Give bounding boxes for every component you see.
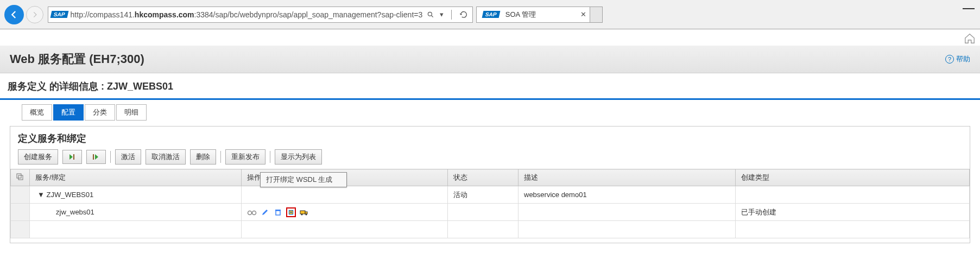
service-binding-section: 定义服务和绑定 创建服务 激活 取消激活 删除 重新发布 显示为列表 服务/绑定: [10, 126, 970, 243]
tooltip: 打开绑定 WSDL 生成: [260, 172, 347, 187]
service-table: 服务/绑定 操作 状态 描述 创建类型 ▼ ZJW_WEBS01 活动 webs: [10, 169, 970, 238]
address-bar[interactable]: SAP http://compass141.hkcompass.com:3384…: [48, 7, 473, 23]
svg-point-17: [301, 213, 303, 215]
browser-back-button[interactable]: [4, 5, 24, 24]
desc-cell: [519, 204, 736, 221]
page-title: Web 服务配置 (EH7;300): [10, 51, 144, 67]
svg-rect-4: [73, 154, 74, 160]
svg-rect-16: [305, 212, 307, 214]
svg-marker-3: [69, 154, 73, 160]
tab-category[interactable]: 分类: [85, 104, 115, 121]
sap-badge-icon: SAP: [50, 11, 68, 18]
svg-rect-11: [276, 211, 280, 215]
search-icon[interactable]: [427, 11, 434, 18]
help-link[interactable]: ? 帮助: [945, 54, 970, 64]
svg-point-14: [290, 211, 292, 213]
minimize-icon[interactable]: [963, 3, 975, 5]
showlist-button[interactable]: 显示为列表: [275, 149, 322, 165]
ctype-cell: [736, 186, 970, 204]
browser-forward-button[interactable]: [26, 6, 43, 23]
ctype-cell: 已手动创建: [736, 204, 970, 221]
tabs-row: 概览 配置 分类 明细: [0, 100, 980, 121]
page-header: Web 服务配置 (EH7;300) ? 帮助: [0, 46, 980, 73]
delete-button[interactable]: 删除: [190, 149, 216, 165]
tooltip-text: 打开绑定 WSDL 生成: [266, 175, 332, 184]
table-row: [11, 221, 970, 238]
url-text: http://compass141.hkcompass.com:3384/sap…: [71, 10, 423, 19]
status-cell: [448, 204, 519, 221]
create-service-button[interactable]: 创建服务: [18, 149, 58, 165]
svg-rect-8: [18, 175, 23, 180]
service-name: zjw_webs01: [30, 204, 242, 221]
col-ctype[interactable]: 创建类型: [736, 169, 970, 186]
toolbar-divider: [220, 151, 221, 163]
browser-chrome: SAP http://compass141.hkcompass.com:3384…: [0, 0, 980, 29]
col-desc[interactable]: 描述: [519, 169, 736, 186]
status-cell: 活动: [448, 186, 519, 204]
tab-detail[interactable]: 明细: [116, 104, 147, 121]
svg-rect-2: [963, 8, 975, 9]
svg-point-9: [248, 211, 252, 214]
home-icon[interactable]: [964, 33, 976, 45]
svg-rect-15: [300, 211, 305, 214]
tab-config[interactable]: 配置: [53, 104, 84, 121]
table-row[interactable]: zjw_webs01: [11, 204, 970, 221]
glasses-icon[interactable]: [247, 207, 257, 217]
deactivate-button[interactable]: 取消激活: [146, 149, 186, 165]
toolbar: 创建服务 激活 取消激活 删除 重新发布 显示为列表: [10, 149, 970, 169]
nav-up-green-button[interactable]: [86, 150, 106, 164]
help-label: 帮助: [956, 54, 970, 64]
refresh-icon[interactable]: [459, 10, 468, 19]
nav-next-green-button[interactable]: [62, 150, 82, 164]
tab-overview[interactable]: 概览: [22, 104, 52, 121]
svg-rect-7: [17, 174, 21, 178]
pencil-icon[interactable]: [260, 207, 270, 217]
transport-icon[interactable]: [299, 207, 309, 217]
help-icon: ?: [945, 55, 954, 64]
sap-badge-icon: SAP: [482, 11, 500, 18]
trash-icon[interactable]: [273, 207, 283, 217]
republish-button[interactable]: 重新发布: [225, 149, 265, 165]
sub-header: 服务定义 的详细信息 : ZJW_WEBS01: [0, 73, 980, 93]
close-tab-icon[interactable]: ✕: [580, 10, 586, 18]
section-title: 定义服务和绑定: [10, 127, 970, 149]
service-name: ZJW_WEBS01: [47, 191, 94, 199]
svg-rect-5: [93, 154, 94, 160]
wsdl-generate-icon[interactable]: [286, 207, 296, 217]
browser-tab[interactable]: SAP SOA 管理 ✕: [476, 7, 590, 23]
svg-marker-6: [95, 154, 98, 160]
toolbar-divider: [270, 151, 270, 163]
toolbar-divider: [110, 151, 111, 163]
svg-rect-12: [275, 210, 281, 211]
tab-title: SOA 管理: [505, 10, 536, 20]
col-service[interactable]: 服务/绑定: [30, 169, 242, 186]
new-tab-button[interactable]: [590, 7, 603, 23]
col-status[interactable]: 状态: [448, 169, 519, 186]
activate-button[interactable]: 激活: [115, 149, 141, 165]
svg-line-1: [432, 15, 433, 17]
svg-point-10: [252, 211, 256, 214]
table-row[interactable]: ▼ ZJW_WEBS01 活动 webservice demo01: [11, 186, 970, 204]
desc-cell: webservice demo01: [519, 186, 736, 204]
row-select-header[interactable]: [11, 169, 30, 186]
svg-point-18: [306, 213, 307, 215]
svg-point-0: [428, 12, 432, 16]
